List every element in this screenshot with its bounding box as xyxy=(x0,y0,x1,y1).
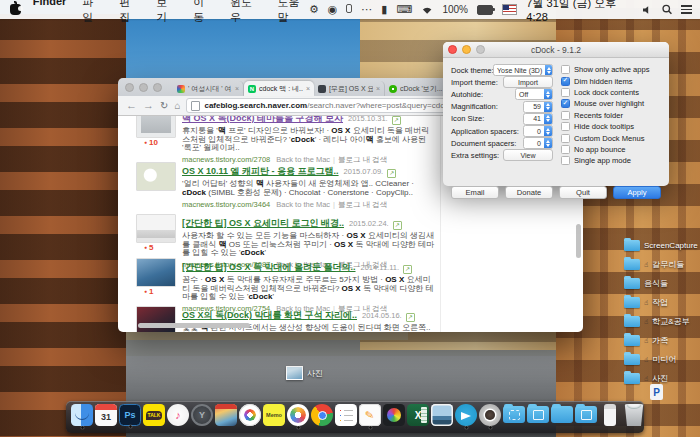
stepper-control[interactable]: 41 xyxy=(523,113,553,125)
dock-trash-icon[interactable] xyxy=(623,404,645,426)
apply-button[interactable]: Apply xyxy=(613,186,661,199)
checkbox[interactable] xyxy=(561,122,570,131)
notification-center-icon[interactable] xyxy=(681,5,692,14)
more-icon[interactable]: ⋯ xyxy=(361,0,372,19)
checkbox-row-3[interactable]: Lock dock contents xyxy=(561,87,663,98)
desktop-icon-5[interactable]: ☝학교&공부 xyxy=(624,312,698,331)
tab-close-icon[interactable]: × xyxy=(306,85,310,92)
dock-itunes-icon[interactable]: ♪ xyxy=(167,404,189,426)
checkbox[interactable] xyxy=(561,65,570,74)
window-close-button[interactable] xyxy=(125,83,134,92)
volume-icon[interactable] xyxy=(643,5,652,15)
result-thumbnail[interactable] xyxy=(136,162,176,191)
desktop-icon-3[interactable]: 음식들 xyxy=(624,274,698,293)
dock-folder-icon[interactable] xyxy=(527,406,549,423)
menu-item-1[interactable]: 파일 xyxy=(82,0,103,25)
menu-item-4[interactable]: 이동 xyxy=(193,0,214,25)
home-button[interactable]: ⌂ xyxy=(174,100,180,111)
view-button[interactable]: View xyxy=(503,149,553,161)
external-link-icon[interactable]: ↗ xyxy=(392,116,401,125)
result-thumbnail[interactable] xyxy=(136,258,176,287)
checkbox-checked[interactable] xyxy=(561,77,570,86)
stepper-arrows-icon[interactable] xyxy=(544,138,552,148)
stepper-arrows-icon[interactable] xyxy=(544,114,552,124)
checkbox-row-8[interactable]: No app bounce xyxy=(561,144,663,155)
blog-search-link[interactable]: 블로그 내 검색 xyxy=(338,200,387,209)
menu-item-6[interactable]: 도움말 xyxy=(278,0,309,25)
stepper-control[interactable]: 0 xyxy=(523,137,553,149)
donate-button[interactable]: Donate xyxy=(505,186,553,199)
checkbox[interactable] xyxy=(561,111,570,120)
result-thumbnail[interactable] xyxy=(136,214,176,243)
dock-telegram-icon[interactable] xyxy=(455,404,477,426)
stepper-arrows-icon[interactable] xyxy=(544,102,552,112)
sync-icon[interactable]: ◉ xyxy=(328,0,338,19)
menu-item-2[interactable]: 편집 xyxy=(119,0,140,25)
dock-photos-icon[interactable] xyxy=(287,404,309,426)
import-button[interactable]: Import xyxy=(503,76,553,88)
result-title-link[interactable]: OS X 10.11 엘 캐피탄 - 응용 프로그램.. xyxy=(182,166,339,176)
dock-calendar-icon[interactable]: 31 xyxy=(95,404,117,426)
dock-imageviewer-icon[interactable] xyxy=(215,404,237,426)
checkbox[interactable] xyxy=(561,134,570,143)
stepper-control[interactable]: 0 xyxy=(523,125,553,137)
dock-memo-icon[interactable]: Memo xyxy=(263,404,285,426)
vertical-scrollbar[interactable] xyxy=(576,224,581,258)
external-link-icon[interactable]: ↗ xyxy=(387,169,396,178)
email-button[interactable]: Email xyxy=(451,186,499,199)
wifi-icon[interactable] xyxy=(421,5,433,15)
reload-button[interactable]: ↻ xyxy=(160,100,168,111)
horizontal-scrollbar[interactable] xyxy=(138,323,250,328)
dock-reminders-icon[interactable] xyxy=(335,404,357,426)
input-source-flag-icon[interactable] xyxy=(502,4,517,15)
stepper-control[interactable]: 59 xyxy=(523,101,553,113)
result-title-link[interactable]: [간단한 팁] OS X 독 막대에 올려둔 폴더의.. xyxy=(182,262,356,272)
menu-item-3[interactable]: 보기 xyxy=(156,0,177,25)
desktop-icon-2[interactable]: ☝갈무리들 xyxy=(624,255,698,274)
result-title-link[interactable]: 맥 OS X 독(Dock) 테마들을 구경해 보자 xyxy=(182,116,343,123)
dock-pages-icon[interactable]: ✎ xyxy=(359,404,381,426)
stepper-arrows-icon[interactable] xyxy=(544,126,552,136)
tab-2[interactable]: Ncdock 맥 : 네...× xyxy=(244,81,314,96)
popup-control[interactable]: Off xyxy=(515,88,553,100)
dock-folder-icon[interactable] xyxy=(551,406,573,423)
popup-control[interactable]: Yose Nite (3D) xyxy=(493,64,553,76)
forward-button[interactable]: → xyxy=(143,96,154,115)
dock-folder-icon[interactable] xyxy=(503,406,525,423)
desktop-icon-4[interactable]: ☝작업 xyxy=(624,293,698,312)
result-thumbnail[interactable] xyxy=(136,116,176,138)
dock-photo2-icon[interactable] xyxy=(431,404,453,426)
spotlight-icon[interactable] xyxy=(662,4,672,15)
tab-close-icon[interactable]: × xyxy=(235,85,239,92)
checkbox-row-6[interactable]: Hide dock tooltips xyxy=(561,121,663,132)
window-zoom-button[interactable] xyxy=(153,83,162,92)
menu-app-name[interactable]: Finder xyxy=(33,0,67,25)
checkbox-row-9[interactable]: Single app mode xyxy=(561,155,663,166)
desktop-icon-8[interactable]: ☝사진 xyxy=(624,369,698,388)
keyboard-icon[interactable]: ⌨ xyxy=(396,0,412,19)
quit-button[interactable]: Quit xyxy=(559,186,607,199)
checkbox-row-4[interactable]: Mouse over highlight xyxy=(561,98,663,109)
checkbox-checked[interactable] xyxy=(561,99,570,108)
settings-icon[interactable]: ⚙ xyxy=(309,0,319,19)
checkbox-row-1[interactable]: Show only active apps xyxy=(561,64,663,75)
battery-icon[interactable] xyxy=(477,5,493,15)
stepper-arrows-icon[interactable] xyxy=(545,65,553,75)
checkbox[interactable] xyxy=(561,156,570,165)
tab-close-icon[interactable]: × xyxy=(376,85,380,92)
checkbox-row-5[interactable]: Recents folder xyxy=(561,110,663,121)
result-title-link[interactable]: OS X의 독(Dock) 막대를 화면 구석 자리에.. xyxy=(182,310,357,320)
stepper-arrows-icon[interactable] xyxy=(544,89,552,99)
checkbox[interactable] xyxy=(561,145,570,154)
back-button[interactable]: ← xyxy=(126,96,137,115)
dock-atom-icon[interactable] xyxy=(239,404,261,426)
window-minimize-button[interactable] xyxy=(139,83,148,92)
checkbox-row-2[interactable]: Dim hidden items xyxy=(561,75,663,86)
external-link-icon[interactable]: ↗ xyxy=(406,313,415,322)
dock-finder-icon[interactable] xyxy=(71,404,93,426)
external-link-icon[interactable]: ↗ xyxy=(403,265,412,274)
dock-photoshop-icon[interactable]: Ps xyxy=(119,404,141,426)
result-thumbnail[interactable] xyxy=(136,306,176,332)
result-title-link[interactable]: [간단한 팁] OS X 요세미티 로그인 배경.. xyxy=(182,218,344,228)
dock-kakaotalk-icon[interactable]: TALK xyxy=(143,404,165,426)
